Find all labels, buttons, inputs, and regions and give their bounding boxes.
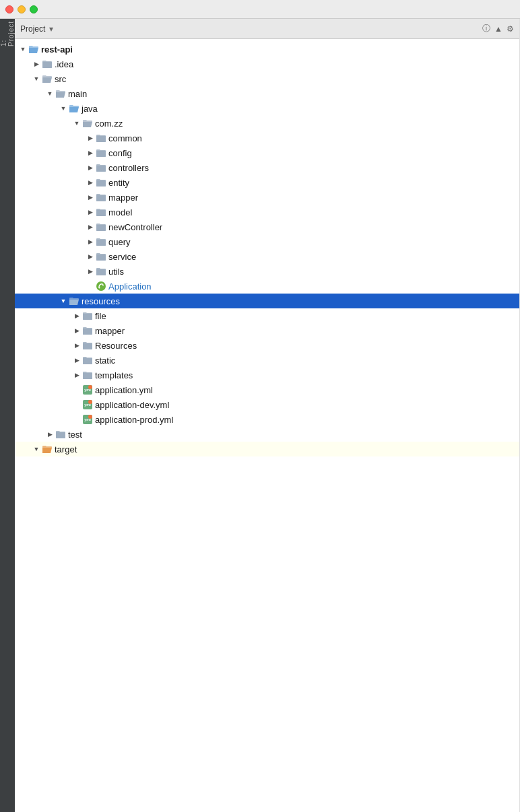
item-label-mapper: mapper — [108, 193, 138, 203]
settings-icon[interactable]: ⚙ — [507, 24, 514, 34]
item-label-idea: .idea — [55, 59, 73, 69]
item-label-main: main — [68, 89, 87, 99]
tree-item-entity[interactable]: entity — [15, 175, 519, 190]
tree-item-mapper2[interactable]: mapper — [15, 323, 519, 338]
arrow-config[interactable] — [85, 147, 96, 158]
tree-item-common[interactable]: common — [15, 131, 519, 145]
minimize-button[interactable] — [18, 5, 26, 13]
tree-item-com.zz[interactable]: com.zz — [15, 116, 519, 131]
tree-item-Application[interactable]: Application — [15, 279, 519, 294]
tree-item-query[interactable]: query — [15, 234, 519, 249]
arrow-test[interactable] — [44, 429, 55, 440]
arrow-file[interactable] — [71, 310, 82, 321]
arrow-service[interactable] — [85, 251, 96, 262]
arrow-entity[interactable] — [85, 177, 96, 188]
item-label-model: model — [108, 207, 132, 217]
arrow-java[interactable] — [58, 103, 69, 114]
item-label-application-dev.yml: application-dev.yml — [95, 400, 169, 410]
folder-icon-rest-api — [28, 44, 39, 55]
item-label-common: common — [108, 133, 142, 143]
item-label-query: query — [108, 237, 131, 247]
folder-icon-Application — [96, 281, 106, 292]
up-icon[interactable]: ▲ — [494, 24, 502, 34]
tree-item-Resources[interactable]: Resources — [15, 338, 519, 353]
tree-item-mapper[interactable]: mapper — [15, 190, 519, 205]
tree-item-java[interactable]: java — [15, 101, 519, 116]
traffic-lights — [5, 5, 38, 13]
maximize-button[interactable] — [30, 5, 38, 13]
tree-item-rest-api[interactable]: rest-api — [15, 42, 519, 57]
item-label-test: test — [68, 430, 82, 440]
tree-item-model[interactable]: model — [15, 205, 519, 219]
tree-item-resources[interactable]: resources — [15, 294, 519, 308]
folder-icon-file — [82, 310, 93, 321]
svg-point-1 — [99, 287, 100, 289]
tree-item-templates[interactable]: templates — [15, 368, 519, 382]
arrow-com.zz[interactable] — [71, 118, 82, 129]
folder-icon-mapper — [96, 192, 106, 203]
arrow-target[interactable] — [31, 444, 42, 454]
arrow-model[interactable] — [85, 207, 96, 217]
arrow-utils[interactable] — [85, 266, 96, 277]
arrow-query[interactable] — [85, 236, 96, 247]
tree-item-application-prod.yml[interactable]: yml application-prod.yml — [15, 412, 519, 427]
side-bar: 1: Project — [0, 19, 15, 812]
arrow-rest-api[interactable] — [18, 44, 28, 55]
folder-icon-mapper2 — [82, 325, 93, 336]
folder-icon-entity — [96, 177, 106, 188]
item-label-file: file — [95, 311, 106, 321]
folder-icon-idea — [42, 59, 53, 69]
close-button[interactable] — [5, 5, 13, 13]
tree-item-application.yml[interactable]: yml application.yml — [15, 382, 519, 397]
arrow-newController[interactable] — [85, 222, 96, 232]
tree-item-config[interactable]: config — [15, 145, 519, 160]
item-label-templates: templates — [95, 370, 133, 380]
folder-icon-application-dev.yml: yml — [82, 399, 93, 410]
item-label-com.zz: com.zz — [95, 119, 123, 129]
chevron-down-icon[interactable]: ▾ — [49, 24, 53, 34]
arrow-idea[interactable] — [31, 59, 42, 69]
tree-item-utils[interactable]: utils — [15, 264, 519, 279]
arrow-main[interactable] — [44, 88, 55, 99]
tree-item-application-dev.yml[interactable]: yml application-dev.yml — [15, 397, 519, 412]
arrow-controllers[interactable] — [85, 162, 96, 173]
item-label-java: java — [82, 104, 98, 114]
arrow-mapper2[interactable] — [71, 325, 82, 336]
folder-icon-service — [96, 251, 106, 262]
folder-icon-java — [69, 103, 79, 114]
tree-item-test[interactable]: test — [15, 427, 519, 442]
arrow-resources[interactable] — [58, 296, 69, 306]
folder-icon-utils — [96, 266, 106, 277]
tree-item-newController[interactable]: newController — [15, 219, 519, 234]
svg-point-0 — [96, 281, 106, 291]
tree-item-static[interactable]: static — [15, 353, 519, 368]
arrow-static[interactable] — [71, 355, 82, 366]
tree-item-src[interactable]: src — [15, 71, 519, 86]
arrow-templates[interactable] — [71, 370, 82, 380]
arrow-mapper[interactable] — [85, 192, 96, 203]
folder-icon-application-prod.yml: yml — [82, 414, 93, 425]
arrow-src[interactable] — [31, 73, 42, 84]
project-icon[interactable]: 1: Project — [2, 28, 13, 39]
tree-item-controllers[interactable]: controllers — [15, 160, 519, 175]
arrow-common[interactable] — [85, 133, 96, 143]
folder-icon-common — [96, 133, 106, 143]
item-label-resources: resources — [82, 296, 120, 306]
tree-item-target[interactable]: target — [15, 442, 519, 456]
folder-icon-main — [55, 88, 66, 99]
info-icon[interactable]: ⓘ — [482, 23, 490, 34]
tree-item-main[interactable]: main — [15, 86, 519, 101]
item-label-Resources: Resources — [95, 341, 137, 351]
folder-icon-controllers — [96, 162, 106, 173]
svg-point-4 — [88, 385, 92, 389]
folder-icon-src — [42, 73, 53, 84]
tree-item-service[interactable]: service — [15, 249, 519, 264]
tree-item-file[interactable]: file — [15, 308, 519, 323]
item-label-controllers: controllers — [108, 163, 149, 173]
arrow-Resources[interactable] — [71, 340, 82, 351]
tree-item-idea[interactable]: .idea — [15, 57, 519, 71]
folder-icon-query — [96, 236, 106, 247]
item-label-static: static — [95, 356, 115, 366]
item-label-service: service — [108, 252, 136, 262]
file-tree: rest-api .idea src main java com.zz comm… — [15, 39, 519, 459]
